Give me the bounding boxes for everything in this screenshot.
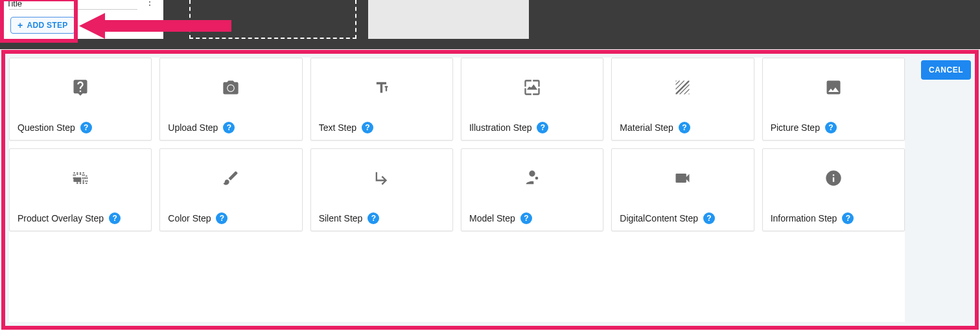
- title-field-label: Title: [6, 0, 22, 8]
- cancel-button[interactable]: CANCEL: [921, 60, 971, 80]
- brush-icon: [160, 149, 301, 207]
- help-icon[interactable]: ?: [537, 122, 548, 133]
- help-icon[interactable]: ?: [842, 212, 854, 224]
- step-card-footer: Information Step?: [763, 207, 904, 231]
- step-card-label: Information Step: [771, 213, 837, 223]
- step-card-model[interactable]: Model Step?: [461, 148, 603, 231]
- step-card-label: Material Step: [620, 122, 673, 133]
- step-card-footer: Upload Step?: [160, 117, 301, 140]
- panel-side: CANCEL: [911, 58, 971, 322]
- step-card-footer: Question Step?: [10, 117, 151, 140]
- add-step-label: ADD STEP: [27, 21, 67, 30]
- step-card-footer: Silent Step?: [311, 207, 452, 231]
- step-card-footer: Product Overlay Step?: [10, 207, 151, 231]
- step-card-footer: Illustration Step?: [461, 117, 603, 140]
- step-card-label: Silent Step: [319, 213, 363, 223]
- step-card-question[interactable]: Question Step?: [9, 58, 152, 141]
- overlay-icon: [10, 149, 151, 207]
- step-card-label: Question Step: [18, 122, 75, 133]
- step-card-label: Text Step: [319, 122, 356, 133]
- wallpaper-icon: [461, 58, 603, 117]
- step-card-footer: Model Step?: [461, 207, 603, 231]
- step-cards-grid: Question Step?Upload Step?Text Step?Illu…: [9, 58, 905, 322]
- help-icon[interactable]: ?: [679, 122, 690, 133]
- help-icon[interactable]: ?: [368, 212, 379, 224]
- step-title-card: Title ⋮ + ADD STEP: [3, 0, 163, 39]
- camera-icon: [160, 58, 301, 117]
- existing-step-thumbnail[interactable]: [368, 0, 529, 39]
- step-card-information[interactable]: Information Step?: [762, 148, 905, 231]
- step-card-text[interactable]: Text Step?: [310, 58, 453, 141]
- svg-rect-0: [74, 177, 82, 182]
- step-card-footer: Text Step?: [311, 117, 452, 140]
- help-icon[interactable]: ?: [80, 122, 92, 133]
- step-card-label: Upload Step: [168, 122, 218, 133]
- help-icon[interactable]: ?: [223, 122, 235, 133]
- help-icon[interactable]: ?: [362, 122, 373, 133]
- add-step-button[interactable]: + ADD STEP: [10, 17, 75, 34]
- plus-icon: +: [18, 21, 23, 30]
- step-card-color[interactable]: Color Step?: [159, 148, 302, 231]
- help-icon[interactable]: ?: [825, 122, 837, 133]
- step-card-material[interactable]: Material Step?: [611, 58, 754, 141]
- drop-placeholder[interactable]: [189, 0, 356, 39]
- step-card-footer: Color Step?: [160, 207, 301, 231]
- step-card-silent[interactable]: Silent Step?: [310, 148, 453, 231]
- step-card-footer: Picture Step?: [763, 117, 904, 140]
- step-card-upload[interactable]: Upload Step?: [159, 58, 302, 141]
- help-icon[interactable]: ?: [109, 212, 121, 224]
- help-icon[interactable]: ?: [703, 212, 715, 224]
- step-card-label: DigitalContent Step: [620, 213, 698, 223]
- person-pin-icon: [461, 149, 603, 207]
- image-icon: [763, 58, 904, 117]
- subdir-icon: [311, 149, 452, 207]
- step-card-label: Color Step: [168, 213, 211, 223]
- step-picker-panel: Question Step?Upload Step?Text Step?Illu…: [1, 50, 979, 330]
- step-card-footer: DigitalContent Step?: [612, 207, 753, 231]
- step-card-label: Product Overlay Step: [18, 213, 104, 223]
- step-card-product-overlay[interactable]: Product Overlay Step?: [9, 148, 152, 231]
- videocam-icon: [612, 149, 753, 207]
- step-card-illustration[interactable]: Illustration Step?: [461, 58, 603, 141]
- text-tt-icon: [311, 58, 452, 117]
- info-icon: [763, 149, 904, 207]
- step-card-footer: Material Step?: [612, 117, 753, 140]
- texture-icon: [612, 58, 753, 117]
- top-toolbar: Title ⋮ + ADD STEP: [0, 0, 980, 49]
- step-card-picture[interactable]: Picture Step?: [762, 58, 905, 141]
- step-card-label: Illustration Step: [469, 122, 532, 133]
- step-card-label: Model Step: [469, 213, 515, 223]
- help-icon[interactable]: ?: [520, 212, 532, 224]
- title-input[interactable]: [9, 9, 137, 10]
- step-card-digital-content[interactable]: DigitalContent Step?: [611, 148, 754, 231]
- card-menu-icon[interactable]: ⋮: [145, 0, 154, 5]
- step-card-label: Picture Step: [771, 122, 820, 133]
- question-icon: [10, 58, 151, 117]
- help-icon[interactable]: ?: [216, 212, 228, 224]
